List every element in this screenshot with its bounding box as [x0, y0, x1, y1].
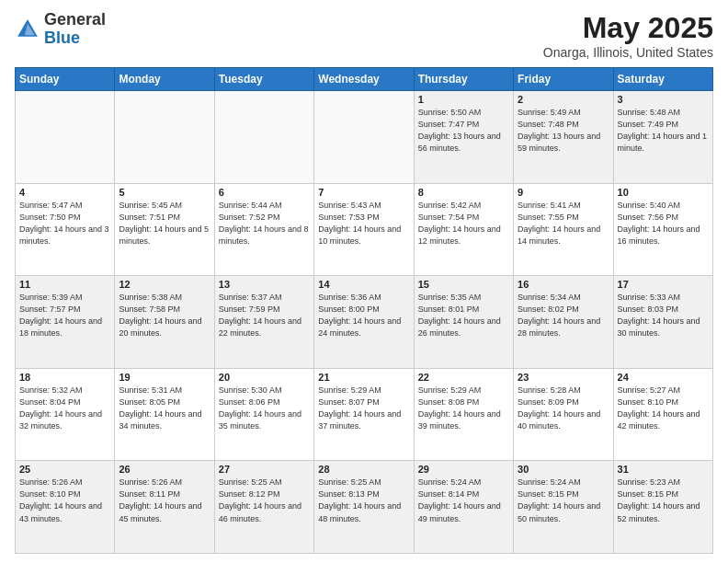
day-info: Sunrise: 5:32 AMSunset: 8:04 PMDaylight:…: [19, 385, 110, 432]
logo-blue: Blue: [44, 29, 80, 47]
logo-icon: [15, 17, 40, 42]
weekday-header-wednesday: Wednesday: [314, 68, 414, 91]
day-info: Sunrise: 5:24 AMSunset: 8:14 PMDaylight:…: [418, 477, 509, 524]
day-number: 2: [518, 94, 609, 105]
calendar-cell: 14Sunrise: 5:36 AMSunset: 8:00 PMDayligh…: [314, 276, 414, 369]
day-info: Sunrise: 5:36 AMSunset: 8:00 PMDaylight:…: [318, 292, 409, 339]
day-number: 9: [518, 187, 609, 198]
day-number: 30: [518, 464, 609, 475]
day-number: 26: [119, 464, 210, 475]
day-info: Sunrise: 5:35 AMSunset: 8:01 PMDaylight:…: [418, 292, 509, 339]
calendar-cell: 3Sunrise: 5:48 AMSunset: 7:49 PMDaylight…: [613, 91, 712, 184]
page: General Blue May 2025 Onarga, Illinois, …: [0, 0, 728, 563]
day-number: 8: [418, 187, 509, 198]
day-number: 1: [418, 94, 509, 105]
subtitle: Onarga, Illinois, United States: [543, 45, 713, 60]
day-number: 31: [618, 464, 709, 475]
calendar-cell: 6Sunrise: 5:44 AMSunset: 7:52 PMDaylight…: [214, 183, 313, 276]
day-number: 25: [19, 464, 110, 475]
calendar-cell: [314, 91, 414, 184]
day-info: Sunrise: 5:39 AMSunset: 7:57 PMDaylight:…: [19, 292, 110, 339]
day-number: 5: [119, 187, 210, 198]
day-info: Sunrise: 5:33 AMSunset: 8:03 PMDaylight:…: [618, 292, 709, 339]
calendar-cell: 5Sunrise: 5:45 AMSunset: 7:51 PMDaylight…: [115, 183, 214, 276]
day-info: Sunrise: 5:49 AMSunset: 7:48 PMDaylight:…: [518, 107, 609, 155]
weekday-header-tuesday: Tuesday: [214, 68, 313, 91]
day-number: 4: [19, 187, 110, 198]
day-info: Sunrise: 5:50 AMSunset: 7:47 PMDaylight:…: [418, 107, 509, 155]
calendar-cell: 11Sunrise: 5:39 AMSunset: 7:57 PMDayligh…: [16, 276, 115, 369]
day-number: 29: [418, 464, 509, 475]
day-number: 16: [518, 279, 609, 290]
calendar-cell: 27Sunrise: 5:25 AMSunset: 8:12 PMDayligh…: [214, 461, 313, 554]
weekday-header-friday: Friday: [514, 68, 613, 91]
calendar-cell: 8Sunrise: 5:42 AMSunset: 7:54 PMDaylight…: [414, 183, 513, 276]
day-info: Sunrise: 5:25 AMSunset: 8:12 PMDaylight:…: [219, 477, 310, 524]
day-info: Sunrise: 5:28 AMSunset: 8:09 PMDaylight:…: [518, 385, 609, 432]
day-info: Sunrise: 5:27 AMSunset: 8:10 PMDaylight:…: [618, 385, 709, 432]
calendar-cell: 29Sunrise: 5:24 AMSunset: 8:14 PMDayligh…: [414, 461, 513, 554]
day-number: 11: [19, 279, 110, 290]
day-info: Sunrise: 5:26 AMSunset: 8:11 PMDaylight:…: [119, 477, 210, 524]
title-block: May 2025 Onarga, Illinois, United States: [543, 11, 713, 60]
calendar-cell: 24Sunrise: 5:27 AMSunset: 8:10 PMDayligh…: [613, 368, 712, 461]
day-number: 17: [618, 279, 709, 290]
calendar-cell: 23Sunrise: 5:28 AMSunset: 8:09 PMDayligh…: [514, 368, 613, 461]
day-info: Sunrise: 5:24 AMSunset: 8:15 PMDaylight:…: [518, 477, 609, 524]
calendar-cell: 16Sunrise: 5:34 AMSunset: 8:02 PMDayligh…: [514, 276, 613, 369]
logo: General Blue: [15, 11, 106, 48]
day-number: 22: [418, 372, 509, 383]
day-info: Sunrise: 5:31 AMSunset: 8:05 PMDaylight:…: [119, 385, 210, 432]
day-info: Sunrise: 5:40 AMSunset: 7:56 PMDaylight:…: [618, 200, 709, 247]
day-info: Sunrise: 5:41 AMSunset: 7:55 PMDaylight:…: [518, 200, 609, 247]
calendar-cell: [115, 91, 214, 184]
day-info: Sunrise: 5:44 AMSunset: 7:52 PMDaylight:…: [219, 200, 310, 247]
day-info: Sunrise: 5:48 AMSunset: 7:49 PMDaylight:…: [618, 107, 709, 155]
day-number: 21: [318, 372, 409, 383]
day-number: 10: [618, 187, 709, 198]
calendar-table: SundayMondayTuesdayWednesdayThursdayFrid…: [15, 67, 713, 554]
header: General Blue May 2025 Onarga, Illinois, …: [15, 11, 713, 60]
day-number: 13: [219, 279, 310, 290]
weekday-header-saturday: Saturday: [613, 68, 712, 91]
calendar-cell: 12Sunrise: 5:38 AMSunset: 7:58 PMDayligh…: [115, 276, 214, 369]
day-info: Sunrise: 5:38 AMSunset: 7:58 PMDaylight:…: [119, 292, 210, 339]
day-info: Sunrise: 5:29 AMSunset: 8:07 PMDaylight:…: [318, 385, 409, 432]
day-number: 7: [318, 187, 409, 198]
weekday-header-monday: Monday: [115, 68, 214, 91]
day-number: 15: [418, 279, 509, 290]
week-row-5: 25Sunrise: 5:26 AMSunset: 8:10 PMDayligh…: [16, 461, 713, 554]
logo-general: General: [44, 10, 106, 29]
day-number: 24: [618, 372, 709, 383]
calendar-cell: 4Sunrise: 5:47 AMSunset: 7:50 PMDaylight…: [16, 183, 115, 276]
calendar-cell: 17Sunrise: 5:33 AMSunset: 8:03 PMDayligh…: [613, 276, 712, 369]
calendar-cell: 15Sunrise: 5:35 AMSunset: 8:01 PMDayligh…: [414, 276, 513, 369]
day-number: 28: [318, 464, 409, 475]
day-number: 18: [19, 372, 110, 383]
day-info: Sunrise: 5:23 AMSunset: 8:15 PMDaylight:…: [618, 477, 709, 524]
calendar-cell: [16, 91, 115, 184]
day-number: 6: [219, 187, 310, 198]
main-title: May 2025: [543, 11, 713, 45]
weekday-header-row: SundayMondayTuesdayWednesdayThursdayFrid…: [16, 68, 713, 91]
day-info: Sunrise: 5:25 AMSunset: 8:13 PMDaylight:…: [318, 477, 409, 524]
calendar-cell: [214, 91, 313, 184]
calendar-cell: 9Sunrise: 5:41 AMSunset: 7:55 PMDaylight…: [514, 183, 613, 276]
day-info: Sunrise: 5:37 AMSunset: 7:59 PMDaylight:…: [219, 292, 310, 339]
day-number: 27: [219, 464, 310, 475]
calendar-cell: 28Sunrise: 5:25 AMSunset: 8:13 PMDayligh…: [314, 461, 414, 554]
calendar-cell: 10Sunrise: 5:40 AMSunset: 7:56 PMDayligh…: [613, 183, 712, 276]
calendar-cell: 19Sunrise: 5:31 AMSunset: 8:05 PMDayligh…: [115, 368, 214, 461]
logo-text: General Blue: [44, 11, 106, 48]
calendar-cell: 7Sunrise: 5:43 AMSunset: 7:53 PMDaylight…: [314, 183, 414, 276]
calendar-cell: 22Sunrise: 5:29 AMSunset: 8:08 PMDayligh…: [414, 368, 513, 461]
calendar-cell: 20Sunrise: 5:30 AMSunset: 8:06 PMDayligh…: [214, 368, 313, 461]
weekday-header-thursday: Thursday: [414, 68, 513, 91]
calendar-cell: 31Sunrise: 5:23 AMSunset: 8:15 PMDayligh…: [613, 461, 712, 554]
day-info: Sunrise: 5:29 AMSunset: 8:08 PMDaylight:…: [418, 385, 509, 432]
day-info: Sunrise: 5:42 AMSunset: 7:54 PMDaylight:…: [418, 200, 509, 247]
day-info: Sunrise: 5:30 AMSunset: 8:06 PMDaylight:…: [219, 385, 310, 432]
calendar-cell: 21Sunrise: 5:29 AMSunset: 8:07 PMDayligh…: [314, 368, 414, 461]
calendar-cell: 30Sunrise: 5:24 AMSunset: 8:15 PMDayligh…: [514, 461, 613, 554]
calendar-cell: 13Sunrise: 5:37 AMSunset: 7:59 PMDayligh…: [214, 276, 313, 369]
